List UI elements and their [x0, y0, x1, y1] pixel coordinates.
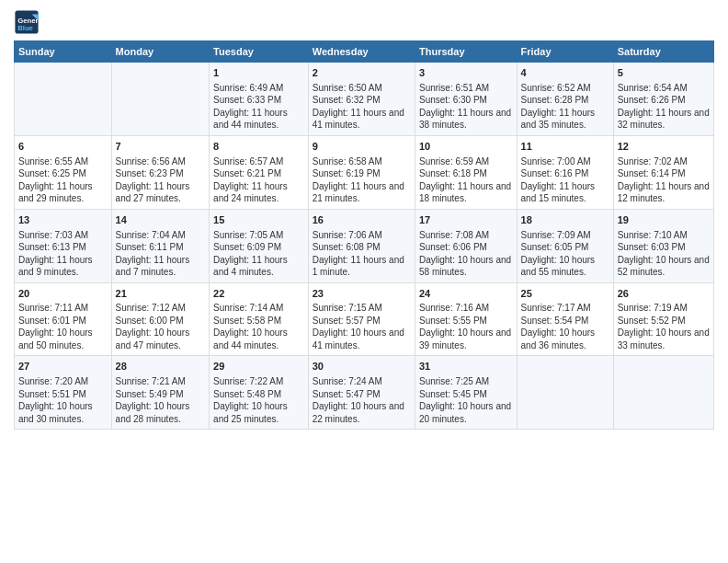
day-number: 14 — [116, 213, 206, 227]
cell-data: Sunrise: 7:25 AM Sunset: 5:45 PM Dayligh… — [419, 375, 513, 425]
day-number: 17 — [419, 213, 513, 227]
day-number: 13 — [18, 213, 108, 227]
day-number: 12 — [618, 140, 710, 154]
calendar-cell: 6Sunrise: 6:55 AM Sunset: 6:25 PM Daylig… — [15, 135, 112, 209]
cell-data: Sunrise: 6:52 AM Sunset: 6:28 PM Dayligh… — [521, 82, 609, 132]
day-number: 29 — [213, 360, 304, 373]
calendar-cell: 8Sunrise: 6:57 AM Sunset: 6:21 PM Daylig… — [210, 135, 309, 209]
day-number: 30 — [313, 360, 411, 373]
calendar-cell — [15, 63, 112, 136]
cell-data: Sunrise: 7:02 AM Sunset: 6:14 PM Dayligh… — [618, 155, 710, 205]
cell-data: Sunrise: 7:08 AM Sunset: 6:06 PM Dayligh… — [419, 229, 513, 279]
calendar-cell: 3Sunrise: 6:51 AM Sunset: 6:30 PM Daylig… — [415, 63, 518, 136]
calendar-cell: 13Sunrise: 7:03 AM Sunset: 6:13 PM Dayli… — [15, 209, 112, 282]
calendar-cell: 19Sunrise: 7:10 AM Sunset: 6:03 PM Dayli… — [613, 209, 713, 282]
day-number: 16 — [313, 213, 411, 227]
day-number: 25 — [521, 287, 609, 301]
logo: General Blue — [14, 9, 40, 35]
day-number: 3 — [419, 66, 513, 80]
day-number: 7 — [116, 140, 206, 154]
calendar-cell: 31Sunrise: 7:25 AM Sunset: 5:45 PM Dayli… — [415, 356, 518, 430]
cell-data: Sunrise: 6:56 AM Sunset: 6:23 PM Dayligh… — [116, 155, 206, 205]
day-number: 5 — [618, 66, 710, 80]
day-number: 2 — [313, 66, 411, 80]
cell-data: Sunrise: 6:49 AM Sunset: 6:33 PM Dayligh… — [213, 82, 304, 132]
cell-data: Sunrise: 7:14 AM Sunset: 5:58 PM Dayligh… — [213, 302, 304, 351]
col-header-wednesday: Wednesday — [308, 41, 415, 63]
cell-data: Sunrise: 7:06 AM Sunset: 6:08 PM Dayligh… — [313, 229, 411, 279]
cell-data: Sunrise: 7:09 AM Sunset: 6:05 PM Dayligh… — [521, 229, 609, 279]
svg-text:Blue: Blue — [17, 24, 33, 32]
cell-data: Sunrise: 6:51 AM Sunset: 6:30 PM Dayligh… — [419, 82, 513, 132]
week-row-4: 20Sunrise: 7:11 AM Sunset: 6:01 PM Dayli… — [15, 282, 714, 356]
calendar-cell: 5Sunrise: 6:54 AM Sunset: 6:26 PM Daylig… — [613, 63, 713, 136]
cell-data: Sunrise: 6:54 AM Sunset: 6:26 PM Dayligh… — [618, 82, 710, 132]
day-number: 11 — [521, 140, 609, 154]
header: General Blue — [14, 9, 714, 35]
header-row: SundayMondayTuesdayWednesdayThursdayFrid… — [15, 41, 714, 63]
calendar-cell: 18Sunrise: 7:09 AM Sunset: 6:05 PM Dayli… — [517, 209, 613, 282]
calendar-cell: 28Sunrise: 7:21 AM Sunset: 5:49 PM Dayli… — [111, 356, 210, 430]
calendar-cell: 15Sunrise: 7:05 AM Sunset: 6:09 PM Dayli… — [210, 209, 309, 282]
calendar-cell: 11Sunrise: 7:00 AM Sunset: 6:16 PM Dayli… — [517, 135, 613, 209]
day-number: 26 — [618, 287, 710, 301]
cell-data: Sunrise: 7:19 AM Sunset: 5:52 PM Dayligh… — [618, 302, 710, 351]
calendar-cell: 21Sunrise: 7:12 AM Sunset: 6:00 PM Dayli… — [111, 282, 210, 356]
col-header-sunday: Sunday — [15, 41, 112, 63]
page-container: General Blue SundayMondayTuesdayWednesda… — [0, 0, 728, 439]
day-number: 8 — [213, 140, 304, 154]
day-number: 31 — [419, 360, 513, 373]
calendar-cell: 29Sunrise: 7:22 AM Sunset: 5:48 PM Dayli… — [210, 356, 309, 430]
cell-data: Sunrise: 6:50 AM Sunset: 6:32 PM Dayligh… — [313, 82, 411, 132]
cell-data: Sunrise: 7:17 AM Sunset: 5:54 PM Dayligh… — [521, 302, 609, 351]
day-number: 10 — [419, 140, 513, 154]
day-number: 9 — [313, 140, 411, 154]
cell-data: Sunrise: 7:20 AM Sunset: 5:51 PM Dayligh… — [18, 375, 108, 425]
cell-data: Sunrise: 7:04 AM Sunset: 6:11 PM Dayligh… — [116, 229, 206, 279]
day-number: 4 — [521, 66, 609, 80]
calendar-cell — [517, 356, 613, 430]
day-number: 20 — [18, 287, 108, 301]
cell-data: Sunrise: 7:15 AM Sunset: 5:57 PM Dayligh… — [313, 302, 411, 351]
calendar-cell: 27Sunrise: 7:20 AM Sunset: 5:51 PM Dayli… — [15, 356, 112, 430]
week-row-1: 1Sunrise: 6:49 AM Sunset: 6:33 PM Daylig… — [15, 63, 714, 136]
day-number: 18 — [521, 213, 609, 227]
col-header-thursday: Thursday — [415, 41, 518, 63]
cell-data: Sunrise: 6:59 AM Sunset: 6:18 PM Dayligh… — [419, 155, 513, 205]
cell-data: Sunrise: 7:10 AM Sunset: 6:03 PM Dayligh… — [618, 229, 710, 279]
col-header-saturday: Saturday — [613, 41, 713, 63]
day-number: 23 — [313, 287, 411, 301]
calendar-cell: 4Sunrise: 6:52 AM Sunset: 6:28 PM Daylig… — [517, 63, 613, 136]
col-header-friday: Friday — [517, 41, 613, 63]
calendar-cell: 10Sunrise: 6:59 AM Sunset: 6:18 PM Dayli… — [415, 135, 518, 209]
cell-data: Sunrise: 6:57 AM Sunset: 6:21 PM Dayligh… — [213, 155, 304, 205]
cell-data: Sunrise: 6:55 AM Sunset: 6:25 PM Dayligh… — [18, 155, 108, 205]
calendar-cell: 2Sunrise: 6:50 AM Sunset: 6:32 PM Daylig… — [308, 63, 415, 136]
calendar-cell: 30Sunrise: 7:24 AM Sunset: 5:47 PM Dayli… — [308, 356, 415, 430]
cell-data: Sunrise: 7:12 AM Sunset: 6:00 PM Dayligh… — [116, 302, 206, 351]
calendar-cell: 23Sunrise: 7:15 AM Sunset: 5:57 PM Dayli… — [308, 282, 415, 356]
day-number: 6 — [18, 140, 108, 154]
cell-data: Sunrise: 7:00 AM Sunset: 6:16 PM Dayligh… — [521, 155, 609, 205]
day-number: 22 — [213, 287, 304, 301]
calendar-cell: 26Sunrise: 7:19 AM Sunset: 5:52 PM Dayli… — [613, 282, 713, 356]
day-number: 19 — [618, 213, 710, 227]
week-row-3: 13Sunrise: 7:03 AM Sunset: 6:13 PM Dayli… — [15, 209, 714, 282]
calendar-cell: 1Sunrise: 6:49 AM Sunset: 6:33 PM Daylig… — [210, 63, 309, 136]
cell-data: Sunrise: 7:24 AM Sunset: 5:47 PM Dayligh… — [313, 375, 411, 425]
cell-data: Sunrise: 7:16 AM Sunset: 5:55 PM Dayligh… — [419, 302, 513, 351]
calendar-cell: 20Sunrise: 7:11 AM Sunset: 6:01 PM Dayli… — [15, 282, 112, 356]
calendar-cell: 7Sunrise: 6:56 AM Sunset: 6:23 PM Daylig… — [111, 135, 210, 209]
day-number: 28 — [116, 360, 206, 373]
week-row-5: 27Sunrise: 7:20 AM Sunset: 5:51 PM Dayli… — [15, 356, 714, 430]
calendar-cell: 25Sunrise: 7:17 AM Sunset: 5:54 PM Dayli… — [517, 282, 613, 356]
calendar-table: SundayMondayTuesdayWednesdayThursdayFrid… — [14, 40, 714, 430]
day-number: 21 — [116, 287, 206, 301]
day-number: 1 — [213, 66, 304, 80]
calendar-cell: 17Sunrise: 7:08 AM Sunset: 6:06 PM Dayli… — [415, 209, 518, 282]
day-number: 15 — [213, 213, 304, 227]
cell-data: Sunrise: 7:05 AM Sunset: 6:09 PM Dayligh… — [213, 229, 304, 279]
day-number: 27 — [18, 360, 108, 373]
col-header-monday: Monday — [111, 41, 210, 63]
calendar-cell: 22Sunrise: 7:14 AM Sunset: 5:58 PM Dayli… — [210, 282, 309, 356]
